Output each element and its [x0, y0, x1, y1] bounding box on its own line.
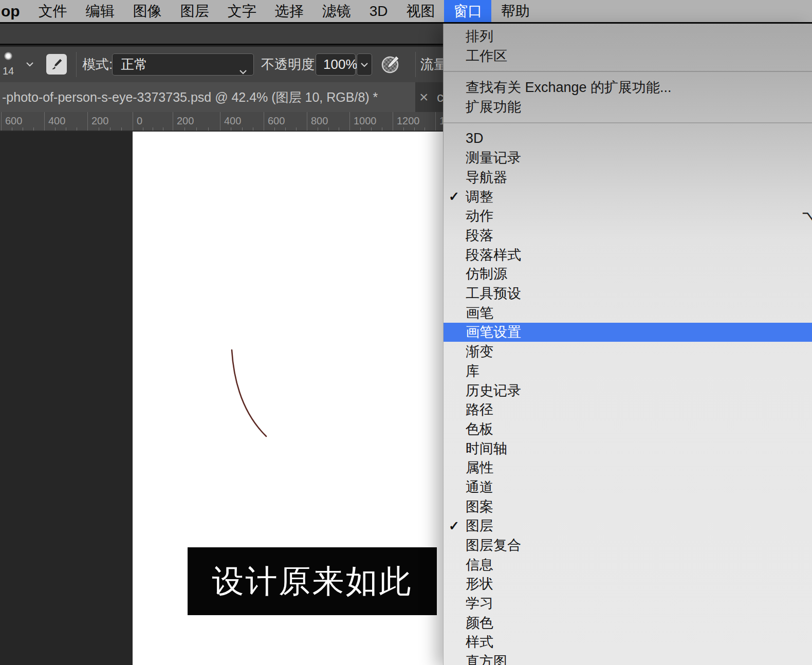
- window-menu-dropdown: 排列工作区查找有关 Exchange 的扩展功能...扩展功能3D测量记录导航器…: [443, 24, 812, 665]
- window-menu-item-27[interactable]: 形状: [444, 575, 812, 594]
- ruler-label: 200: [91, 115, 108, 127]
- ruler-label: 0: [137, 115, 142, 127]
- ruler-minor-tick: [425, 127, 425, 131]
- window-menu-item-label: 仿制源: [466, 265, 507, 283]
- ruler-minor-tick: [184, 127, 185, 131]
- ruler-minor-tick: [231, 127, 231, 131]
- tab-close-icon[interactable]: ×: [419, 82, 429, 112]
- window-menu-item-9[interactable]: 段落: [444, 226, 812, 245]
- caption-text: 设计原来如此: [212, 560, 413, 603]
- window-menu-item-17[interactable]: 历史记录: [444, 381, 812, 400]
- opacity-value: 100%: [323, 57, 358, 72]
- ruler-minor-tick: [242, 127, 243, 131]
- opacity-input[interactable]: 100%: [316, 53, 356, 76]
- window-menu-item-label: 画笔: [466, 304, 493, 322]
- window-menu-item-10[interactable]: 段落样式: [444, 245, 812, 265]
- blend-mode-select[interactable]: 正常: [112, 53, 254, 76]
- window-menu-item-3[interactable]: 扩展功能: [444, 97, 812, 117]
- window-menu-item-label: 测量记录: [466, 149, 521, 167]
- checkmark-icon: ✓: [449, 189, 459, 204]
- brush-preview-icon[interactable]: [4, 52, 12, 60]
- ruler-tick: [133, 112, 133, 131]
- window-menu-item-29[interactable]: 颜色: [444, 613, 812, 633]
- ruler-minor-tick: [328, 127, 329, 131]
- ruler-minor-tick: [99, 127, 99, 131]
- window-menu-item-label: 通道: [466, 478, 493, 496]
- brush-size-value: 14: [3, 65, 14, 77]
- window-menu-item-5[interactable]: 测量记录: [444, 148, 812, 168]
- window-menu-item-16[interactable]: 库: [444, 361, 812, 381]
- window-menu-item-label: 导航器: [466, 168, 507, 187]
- brush-icon: [50, 58, 63, 71]
- window-menu-item-label: 色板: [466, 420, 493, 438]
- ruler-label: 1000: [354, 115, 377, 127]
- window-menu-item-label: 画笔设置: [466, 323, 521, 341]
- menubar-item-type[interactable]: 文字: [218, 0, 266, 22]
- toggle-brush-panel-button[interactable]: [46, 54, 67, 75]
- menubar-item-3d[interactable]: 3D: [360, 0, 397, 22]
- chevron-down-icon[interactable]: [26, 62, 34, 67]
- menubar-item-window[interactable]: 窗口: [444, 0, 491, 22]
- ruler-label: 400: [224, 115, 241, 127]
- window-menu-item-25[interactable]: 图层复合: [444, 535, 812, 555]
- window-menu-item-24[interactable]: ✓图层: [444, 516, 812, 536]
- window-menu-item-label: 直方图: [466, 652, 507, 665]
- window-menu-item-21[interactable]: 属性: [444, 458, 812, 477]
- checkmark-icon: ✓: [449, 519, 459, 533]
- window-menu-item-2[interactable]: 查找有关 Exchange 的扩展功能...: [444, 78, 812, 97]
- window-menu-item-11[interactable]: 仿制源: [444, 265, 812, 284]
- window-menu-item-label: 工作区: [466, 47, 507, 65]
- window-menu-item-label: 图层: [466, 516, 493, 535]
- window-menu-item-26[interactable]: 信息: [444, 555, 812, 575]
- window-menu-item-18[interactable]: 路径: [444, 400, 812, 419]
- window-menu-item-28[interactable]: 学习: [444, 594, 812, 613]
- menubar-item-file[interactable]: 文件: [29, 0, 77, 22]
- window-menu-item-label: 渐变: [466, 342, 493, 361]
- ruler-minor-tick: [414, 127, 415, 131]
- caption-box: 设计原来如此: [188, 547, 437, 615]
- ruler-label: 200: [177, 115, 194, 127]
- window-menu-item-31[interactable]: 直方图: [444, 652, 812, 665]
- window-menu-item-7[interactable]: ✓调整: [444, 187, 812, 207]
- opacity-dropdown-button[interactable]: [357, 53, 372, 76]
- menu-bar: op文件编辑图像图层文字选择滤镜3D视图窗口帮助: [0, 0, 812, 24]
- ruler-minor-tick: [296, 127, 297, 131]
- document-tab[interactable]: -photo-of-person-s-eye-3373735.psd @ 42.…: [0, 82, 415, 112]
- window-menu-item-6[interactable]: 导航器: [444, 168, 812, 187]
- window-menu-item-12[interactable]: 工具预设: [444, 284, 812, 303]
- window-menu-item-1[interactable]: 工作区: [444, 46, 812, 66]
- window-menu-items: 排列工作区查找有关 Exchange 的扩展功能...扩展功能3D测量记录导航器…: [444, 24, 812, 665]
- ruler-minor-tick: [285, 127, 286, 131]
- window-menu-item-22[interactable]: 通道: [444, 477, 812, 497]
- window-menu-item-4[interactable]: 3D: [444, 129, 812, 149]
- window-menu-item-20[interactable]: 时间轴: [444, 439, 812, 458]
- divider: [415, 52, 416, 77]
- window-menu-item-0[interactable]: 排列: [444, 27, 812, 46]
- ruler-minor-tick: [208, 127, 209, 131]
- window-menu-item-19[interactable]: 色板: [444, 419, 812, 439]
- ruler-minor-tick: [382, 127, 382, 131]
- ruler-minor-tick: [339, 127, 339, 131]
- window-menu-item-label: 库: [466, 362, 479, 380]
- window-menu-item-14[interactable]: 画笔设置: [444, 323, 812, 342]
- ruler-label: 600: [268, 115, 285, 127]
- menubar-item-select[interactable]: 选择: [266, 0, 313, 22]
- window-menu-item-13[interactable]: 画笔: [444, 303, 812, 323]
- menubar-item-help[interactable]: 帮助: [491, 0, 539, 22]
- menubar-item-image[interactable]: 图像: [124, 0, 171, 22]
- menubar-item-view[interactable]: 视图: [397, 0, 444, 22]
- ruler-label: 800: [311, 115, 328, 127]
- window-menu-item-label: 排列: [466, 27, 493, 46]
- menu-separator: [444, 71, 812, 72]
- window-menu-item-8[interactable]: 动作⌥: [444, 207, 812, 226]
- photoshop-app: op文件编辑图像图层文字选择滤镜3D视图窗口帮助 14 模式: 正常 不透明度:…: [0, 0, 812, 665]
- ruler-tick: [87, 112, 88, 131]
- window-menu-item-15[interactable]: 渐变: [444, 342, 812, 361]
- menubar-item-filter[interactable]: 滤镜: [313, 0, 360, 22]
- window-menu-item-30[interactable]: 样式: [444, 633, 812, 652]
- pressure-opacity-button[interactable]: [379, 53, 402, 78]
- menubar-item-photoshop[interactable]: op: [0, 0, 29, 22]
- menubar-item-edit[interactable]: 编辑: [77, 0, 124, 22]
- menubar-item-layer[interactable]: 图层: [171, 0, 218, 22]
- window-menu-item-23[interactable]: 图案: [444, 497, 812, 516]
